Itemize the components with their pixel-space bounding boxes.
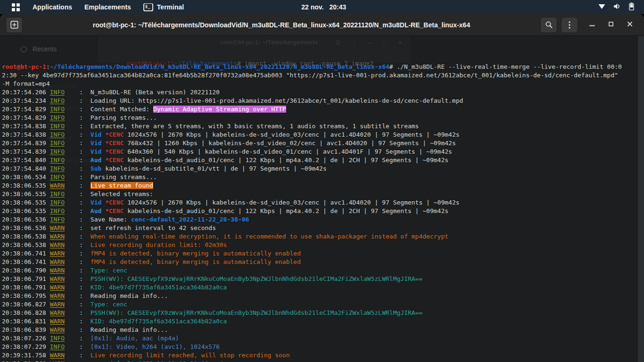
terminal-line: 20:38:07.226 INFO : [0x1]: Audio, aac (m… [2, 334, 637, 343]
terminal-line: 20:37:54.839 INFO : Vid *CENC 768x432 | … [2, 139, 637, 148]
terminal-line: 20:37:54.839 INFO : Vid *CENC 640x360 | … [2, 148, 637, 156]
terminal-line: 2:30 --key 4be97d7f735af6a3451aca364b82a… [2, 71, 637, 80]
network-icon [598, 3, 606, 11]
terminal-line: 20:37:54.838 INFO : Extracted, there are… [2, 122, 637, 131]
terminal-app-icon [143, 3, 153, 11]
applications-menu-label: Applications [33, 3, 72, 11]
terminal-line: 20:39:31.760 WARN : cenc-default_2022-11… [2, 360, 637, 362]
window-title: root@bt-pc-1: ~/Téléchargements/Download… [26, 21, 537, 29]
applications-menu[interactable]: Applications [33, 3, 72, 11]
clock-menu[interactable]: 22 nov. 20:43 [301, 0, 346, 14]
ghost-window-tint [98, 36, 410, 63]
ghost-kebab-icon: ⋮ [351, 39, 357, 46]
terminal-header-bar: root@bt-pc-1: ~/Téléchargements/Download… [0, 14, 644, 36]
terminal-line: 20:38:06.741 WARN : fMP4 is detected, bi… [2, 249, 637, 258]
places-menu-label: Emplacements [84, 3, 131, 11]
terminal-line: 20:37:54.829 INFO : Content Matched: Dyn… [2, 105, 637, 114]
terminal-line: 20:38:06.538 WARN : When enabling real-t… [2, 232, 637, 241]
terminal-line: 20:37:54.838 INFO : Vid *CENC 1024x576 |… [2, 131, 637, 139]
ghost-recents-item: Recents [21, 45, 57, 53]
search-icon [545, 21, 553, 29]
terminal-scrollbar[interactable] [638, 36, 644, 362]
volume-icon [613, 3, 621, 11]
clock-date: 22 nov. [301, 3, 323, 11]
new-tab-button[interactable] [6, 17, 23, 33]
terminal-line: 20:38:06.791 WARN : KID: 4be97d7f735af6a… [2, 283, 637, 292]
minimize-icon [588, 20, 596, 28]
close-button[interactable] [626, 20, 634, 30]
gnome-top-bar: Applications Emplacements Terminal 22 no… [0, 0, 644, 14]
terminal-line: 20:38:06.535 WARN : Live stream found [2, 181, 637, 190]
places-menu[interactable]: Emplacements [84, 3, 131, 11]
search-button[interactable] [540, 17, 557, 33]
new-tab-icon [10, 21, 18, 29]
kebab-menu-icon [568, 21, 571, 29]
terminal-line: 20:38:06.534 INFO : Parsing streams... [2, 173, 637, 181]
terminal-line: 20:37:54.840 INFO : Aud *CENC kabeleins-… [2, 156, 637, 165]
terminal-line: 20:38:06.535 INFO : Aud *CENC kabeleins-… [2, 207, 637, 215]
battery-icon [628, 2, 635, 12]
terminal-line: 20:37:54.206 INFO : N_m3u8DL-RE (Beta ve… [2, 88, 637, 97]
applications-grid-icon[interactable] [11, 3, 20, 12]
terminal-line: 20:38:06.827 WARN : Type: cenc [2, 300, 637, 309]
terminal-line: -M format=mp4 [2, 80, 637, 88]
ghost-search-icon [336, 41, 340, 45]
terminal-line: 20:38:06.795 WARN : Reading media info..… [2, 292, 637, 300]
terminal-line: 20:38:06.538 WARN : Live recording durat… [2, 241, 637, 249]
terminal-output[interactable]: root@bt-pc-1: ~/Téléchargements ⋮ – □ × … [0, 36, 644, 362]
maximize-icon [607, 20, 615, 28]
ghost-window-title: root@bt-pc-1: ~/Téléchargements [220, 39, 318, 46]
menu-button[interactable] [561, 17, 578, 33]
clock-icon [21, 46, 27, 52]
terminal-line: 20:37:54.234 INFO : Loading URL: https:/… [2, 97, 637, 105]
close-icon [626, 20, 634, 28]
terminal-line: 20:38:06.536 WARN : set refresh interval… [2, 224, 637, 232]
terminal-line: 20:38:06.535 INFO : Selected streams: [2, 190, 637, 198]
ghost-recents-label: Recents [33, 45, 57, 53]
terminal-line: 20:38:06.828 WARN : PSSH(WV): CAESEEvpfX… [2, 309, 637, 317]
focused-app-label: Terminal [157, 3, 184, 11]
terminal-line: 20:38:06.535 INFO : Vid *CENC 1024x576 |… [2, 198, 637, 207]
terminal-line: 20:39:31.758 WARN : Live recording limit… [2, 351, 637, 360]
terminal-line: 20:38:07.229 INFO : [0x1]: Video, h264 (… [2, 343, 637, 351]
clock-time: 20:43 [329, 3, 346, 11]
maximize-button[interactable] [607, 20, 615, 30]
terminal-line: root@bt-pc-1:~/Téléchargements/DownloadV… [2, 63, 637, 71]
terminal-line: 20:38:06.791 WARN : PSSH(WV): CAESEEvpfX… [2, 275, 637, 283]
ghost-window-controls: ⋮ – □ × [336, 39, 402, 46]
terminal-line: 20:38:06.741 WARN : fMP4 is detected, bi… [2, 258, 637, 266]
focused-app-menu[interactable]: Terminal [143, 3, 184, 11]
terminal-line: 20:37:54.829 INFO : Parsing streams... [2, 114, 637, 122]
ghost-close-icon: × [398, 39, 402, 46]
terminal-line: 20:38:06.831 WARN : KID: 4be97d7f735af6a… [2, 317, 637, 326]
terminal-line: 20:38:06.839 WARN : Reading media info..… [2, 326, 637, 334]
minimize-button[interactable] [588, 20, 596, 30]
terminal-line: 20:38:06.790 WARN : Type: cenc [2, 266, 637, 275]
terminal-line: 20:38:06.536 INFO : Save Name: cenc-defa… [2, 215, 637, 224]
terminal-lines: root@bt-pc-1:~/Téléchargements/DownloadV… [2, 63, 637, 362]
ghost-maximize-icon: □ [383, 39, 387, 46]
ghost-minimize-icon: – [369, 39, 372, 46]
system-status-area[interactable] [598, 2, 644, 12]
terminal-line: 20:37:54.840 INFO : Sub kabeleins-de-sd_… [2, 165, 637, 173]
